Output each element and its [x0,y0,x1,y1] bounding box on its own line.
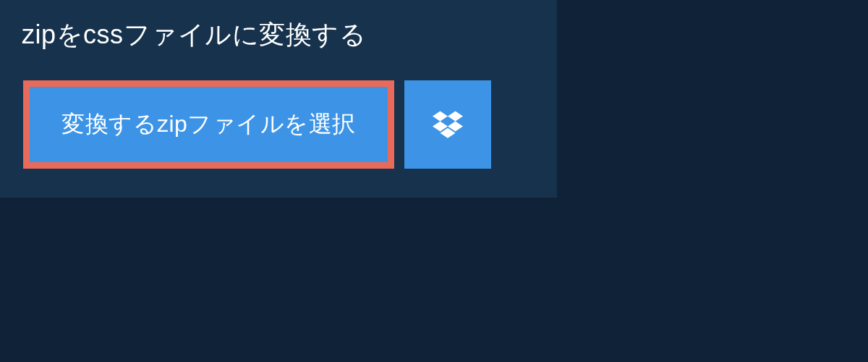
dropbox-icon [433,108,463,141]
select-file-label: 変換するzipファイルを選択 [61,109,356,140]
page-title: zipをcssファイルに変換する [0,0,388,72]
converter-panel: zipをcssファイルに変換する 変換するzipファイルを選択 [0,0,557,198]
button-row: 変換するzipファイルを選択 [0,80,557,169]
select-file-button[interactable]: 変換するzipファイルを選択 [23,80,394,169]
dropbox-button[interactable] [404,80,491,169]
